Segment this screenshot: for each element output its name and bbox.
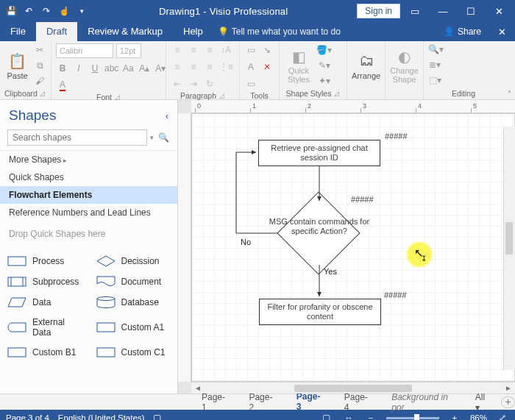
arrange-button[interactable]: 🗂 Arrange xyxy=(352,45,380,86)
close-icon[interactable]: ✕ xyxy=(486,0,512,22)
cut-icon[interactable]: ✂ xyxy=(33,43,46,57)
font-shrink-icon[interactable]: A▾ xyxy=(154,62,167,75)
maximize-icon[interactable]: ☐ xyxy=(458,0,484,22)
collapse-ribbon-icon[interactable]: ˄ xyxy=(503,41,515,99)
save-icon[interactable]: 💾 xyxy=(3,3,19,19)
stencil-item[interactable]: Quick Shapes xyxy=(0,168,177,186)
align-right-icon[interactable]: ≡ xyxy=(203,60,216,74)
search-shapes-input[interactable] xyxy=(7,129,147,146)
tab-review-markup[interactable]: Review & Markup xyxy=(77,22,173,41)
fit-page-icon[interactable]: ↔ xyxy=(342,413,355,420)
stencil-item[interactable]: Flowchart Elements xyxy=(0,186,177,204)
shape-master[interactable]: Custom B1 xyxy=(0,342,89,363)
paragraph-launcher-icon[interactable]: ◿ xyxy=(218,92,225,99)
status-language[interactable]: English (United States) xyxy=(58,413,145,420)
strike-button[interactable]: abc xyxy=(104,62,118,75)
align-left-icon[interactable]: ≡ xyxy=(171,60,184,74)
zoom-percent[interactable]: 86% xyxy=(470,413,487,420)
clipboard-launcher-icon[interactable]: ◿ xyxy=(39,90,46,97)
ribbon-display-options-icon[interactable]: ▭ xyxy=(402,0,428,22)
shape-master[interactable]: Custom C1 xyxy=(89,342,178,363)
shapestyles-launcher-icon[interactable]: ◿ xyxy=(333,90,340,97)
shapes-collapse-icon[interactable]: ‹ xyxy=(166,110,168,121)
indent-inc-icon[interactable]: ⇥ xyxy=(187,77,200,90)
font-size-select[interactable]: 12pt xyxy=(116,43,141,58)
horizontal-scrollbar[interactable]: ◄ ► xyxy=(191,382,515,394)
tab-file[interactable]: File xyxy=(0,22,36,41)
vertical-scrollbar[interactable] xyxy=(503,127,515,370)
presentation-mode-icon[interactable]: ▢ xyxy=(320,413,333,420)
underline-button[interactable]: U xyxy=(88,62,102,75)
align-top-icon[interactable]: ≡ xyxy=(171,43,184,57)
shape-master[interactable]: Database xyxy=(89,292,178,313)
page-tab-background[interactable]: Background in por xyxy=(381,391,469,414)
copy-icon[interactable]: ⧉ xyxy=(33,59,46,72)
flowchart-process-n1[interactable]: Retrieve pre-assigned chat session ID xyxy=(258,140,380,166)
delete-tool-icon[interactable]: ✕ xyxy=(260,60,274,74)
drawing-page[interactable]: Retrieve pre-assigned chat session ID ##… xyxy=(191,113,515,382)
font-name-select[interactable]: Calibri xyxy=(56,43,113,58)
paste-button[interactable]: 📋 Paste xyxy=(4,45,30,86)
page-tab-all[interactable]: All ▾ xyxy=(469,391,497,414)
pointer-tool-icon[interactable]: ▭ xyxy=(244,43,258,57)
change-shape-button[interactable]: ◐ Change Shape xyxy=(390,45,419,86)
minimize-icon[interactable]: — xyxy=(430,0,456,22)
rotate-text-icon[interactable]: ↻ xyxy=(203,77,216,90)
quick-styles-button[interactable]: ◧ Quick Styles xyxy=(284,45,313,86)
zoom-in-icon[interactable]: + xyxy=(448,413,461,420)
effects-icon[interactable]: ✦▾ xyxy=(316,74,332,88)
font-color-button[interactable]: A xyxy=(56,79,69,92)
select-icon[interactable]: ⬚▾ xyxy=(428,74,441,87)
page-tab-4[interactable]: Page-4 xyxy=(334,391,381,414)
tab-help[interactable]: Help xyxy=(173,22,213,41)
close-document-icon[interactable]: ✕ xyxy=(489,21,515,43)
tell-me[interactable]: 💡 Tell me what you want to do xyxy=(218,26,341,37)
line-color-icon[interactable]: ✎▾ xyxy=(316,59,332,72)
find-icon[interactable]: 🔍▾ xyxy=(428,43,444,56)
rectangle-tool-icon[interactable]: ▭ xyxy=(244,77,258,90)
stencil-item[interactable]: Reference Numbers and Lead Lines xyxy=(0,204,177,221)
shape-master[interactable]: Data xyxy=(0,292,89,313)
undo-icon[interactable]: ↶ xyxy=(21,3,37,19)
signin-button[interactable]: Sign in xyxy=(357,4,400,18)
align-bottom-icon[interactable]: ≡ xyxy=(203,43,216,57)
zoom-out-icon[interactable]: − xyxy=(364,413,377,420)
search-dropdown-icon[interactable]: ▾ xyxy=(150,134,154,141)
flowchart-process-n3[interactable]: Filter for profanity or obscene content xyxy=(259,299,381,325)
fit-window-icon[interactable]: ⤢ xyxy=(496,413,509,420)
bold-button[interactable]: B xyxy=(56,62,69,75)
shape-master[interactable]: Custom A1 xyxy=(89,313,178,342)
layers-icon[interactable]: ≣▾ xyxy=(428,58,441,71)
scroll-left-icon[interactable]: ◄ xyxy=(193,384,203,392)
text-direction-icon[interactable]: ↕A xyxy=(219,43,232,57)
font-grow-icon[interactable]: A▴ xyxy=(138,62,151,75)
stencil-item[interactable]: More Shapes xyxy=(0,151,177,168)
macro-record-icon[interactable]: ▢ xyxy=(153,413,161,420)
tab-draft[interactable]: Draft xyxy=(36,22,77,41)
shape-master[interactable]: Process xyxy=(0,251,89,271)
bullets-icon[interactable]: ⋮≡ xyxy=(219,60,233,74)
shape-master[interactable]: Subprocess xyxy=(0,271,89,292)
page-tab-add-icon[interactable]: + xyxy=(501,396,515,408)
align-middle-icon[interactable]: ≡ xyxy=(187,43,200,57)
connector-tool-icon[interactable]: ↘ xyxy=(260,43,274,57)
share-button[interactable]: 👤 Share xyxy=(436,26,489,37)
fill-color-icon[interactable]: 🪣▾ xyxy=(316,43,332,57)
redo-icon[interactable]: ↷ xyxy=(38,3,54,19)
text-highlight-button[interactable]: Aa xyxy=(121,62,135,75)
qat-dropdown-icon[interactable]: ▾ xyxy=(74,3,90,19)
shape-master[interactable]: Document xyxy=(89,271,178,292)
align-center-icon[interactable]: ≡ xyxy=(187,60,200,74)
shape-master[interactable]: External Data xyxy=(0,313,89,342)
touch-toggle-icon[interactable]: ☝ xyxy=(56,3,72,19)
italic-button[interactable]: I xyxy=(72,62,85,75)
text-tool-icon[interactable]: A xyxy=(244,60,258,74)
zoom-slider[interactable] xyxy=(386,417,439,419)
scroll-right-icon[interactable]: ► xyxy=(503,384,514,392)
search-go-icon[interactable]: 🔍 xyxy=(157,132,170,143)
format-painter-icon[interactable]: 🖌 xyxy=(33,74,46,88)
shape-master[interactable]: Decission xyxy=(89,251,178,271)
indent-dec-icon[interactable]: ⇤ xyxy=(171,77,184,90)
page-tab-2[interactable]: Page-2 xyxy=(238,391,285,414)
page-tab-1[interactable]: Page-1 xyxy=(191,391,238,414)
